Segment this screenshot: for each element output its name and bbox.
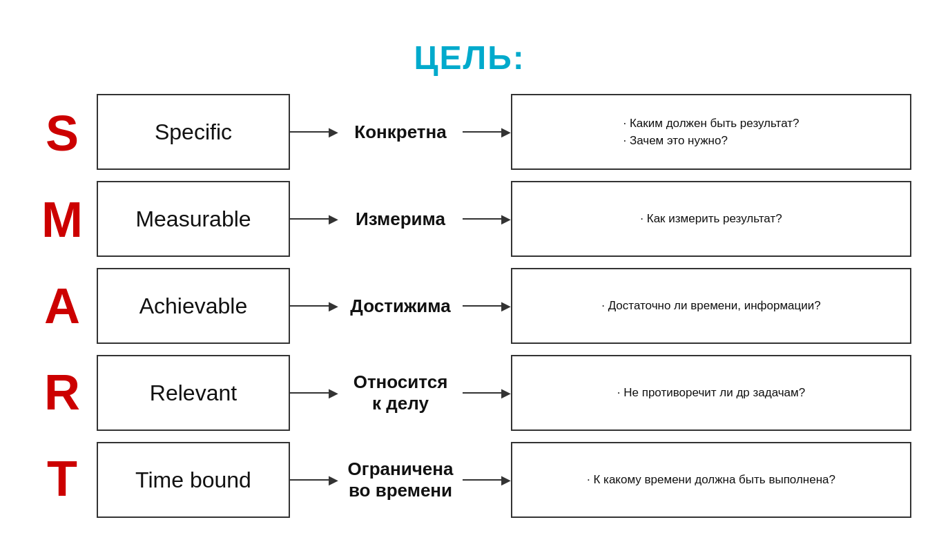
smart-letter-m: M: [41, 177, 83, 263]
smart-grid: SMART SpecificКонкретна· Каким должен бы…: [28, 90, 911, 521]
smart-letter-s: S: [46, 90, 79, 177]
smart-row-4: Time boundОграниченаво времени· К какому…: [97, 438, 911, 521]
arrow2-4: [463, 472, 511, 487]
desc-box-1: · Как измерить результат?: [511, 181, 911, 257]
rows-area: SpecificКонкретна· Каким должен быть рез…: [97, 90, 911, 521]
smart-letters-column: SMART: [28, 90, 97, 521]
smart-letter-r: R: [44, 349, 80, 435]
main-container: ЦЕЛЬ: SMART SpecificКонкретна· Каким дол…: [28, 39, 911, 521]
smart-row-3: RelevantОтноситсяк делу· Не противоречит…: [97, 351, 911, 434]
desc-box-0: · Каким должен быть результат?· Зачем эт…: [511, 94, 911, 170]
smart-row-0: SpecificКонкретна· Каким должен быть рез…: [97, 90, 911, 173]
arrow2-1: [463, 211, 511, 226]
page-title: ЦЕЛЬ:: [414, 39, 525, 77]
arrow1-2: [290, 298, 338, 313]
arrow1-3: [290, 385, 338, 400]
english-word-3: Relevant: [97, 355, 290, 431]
desc-box-3: · Не противоречит ли др задачам?: [511, 355, 911, 431]
russian-word-1: Измерима: [338, 209, 463, 230]
smart-row-1: MeasurableИзмерима· Как измерить результ…: [97, 177, 911, 260]
arrow2-2: [463, 298, 511, 313]
smart-letter-t: T: [47, 435, 77, 521]
desc-box-2: · Достаточно ли времени, информации?: [511, 268, 911, 344]
arrow2-0: [463, 124, 511, 139]
arrow1-4: [290, 472, 338, 487]
arrow1-0: [290, 124, 338, 139]
arrow1-1: [290, 211, 338, 226]
english-word-0: Specific: [97, 94, 290, 170]
russian-word-2: Достижима: [338, 296, 463, 317]
smart-letter-a: A: [44, 263, 80, 349]
smart-row-2: AchievableДостижима· Достаточно ли време…: [97, 264, 911, 347]
desc-box-4: · К какому времени должна быть выполнена…: [511, 442, 911, 518]
english-word-4: Time bound: [97, 442, 290, 518]
russian-word-4: Ограниченаво времени: [338, 458, 463, 501]
arrow2-3: [463, 385, 511, 400]
russian-word-0: Конкретна: [338, 122, 463, 143]
english-word-1: Measurable: [97, 181, 290, 257]
english-word-2: Achievable: [97, 268, 290, 344]
russian-word-3: Относитсяк делу: [338, 371, 463, 414]
